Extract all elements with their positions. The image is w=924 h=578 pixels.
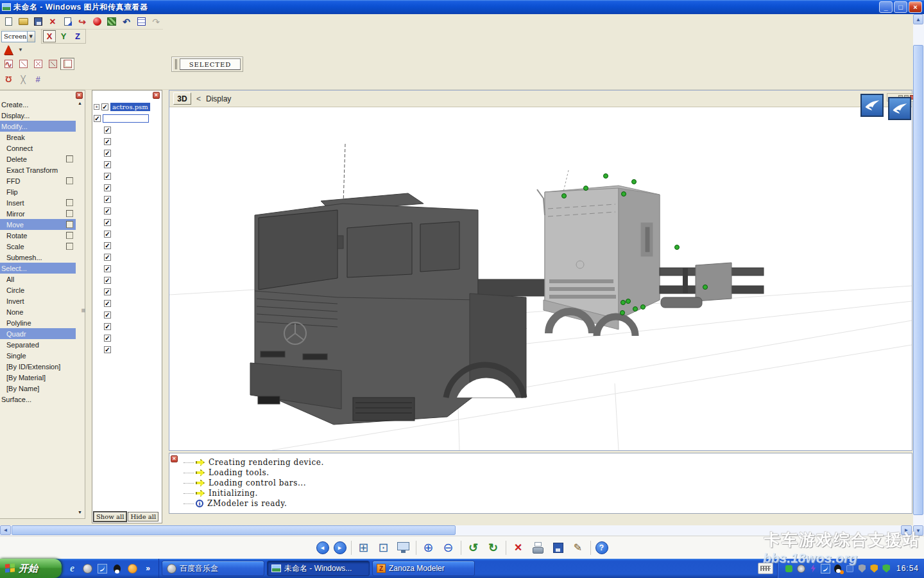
command-item[interactable]: Submesh... [0, 252, 76, 263]
truck-left[interactable] [250, 144, 546, 425]
scene-canvas[interactable] [169, 107, 912, 450]
tree-row[interactable] [94, 274, 160, 286]
cone-primitive-button[interactable] [1, 44, 15, 56]
hide-all-button[interactable]: Hide all [128, 512, 158, 521]
checkbox[interactable] [104, 161, 111, 168]
command-item[interactable]: FFD [0, 175, 76, 186]
baidu-icon[interactable] [127, 563, 138, 574]
scroll-down-button[interactable]: ▼ [913, 525, 923, 536]
tree-row[interactable] [94, 205, 160, 216]
command-item[interactable]: Connect [0, 143, 76, 153]
command-item[interactable]: [By Material] [0, 372, 76, 383]
command-item[interactable]: Polyline [0, 317, 76, 328]
scroll-up-icon[interactable]: ▲ [78, 101, 82, 105]
command-item[interactable]: Single [0, 350, 76, 361]
truck-right[interactable] [537, 170, 764, 336]
rotate-counterclockwise-button[interactable] [466, 540, 481, 556]
delete-image-button[interactable] [511, 540, 526, 556]
purple-lightning-icon[interactable] [809, 564, 818, 574]
zmodeler-tray-icon[interactable] [821, 564, 830, 574]
close-panel-button[interactable] [171, 455, 178, 462]
blue-plugin-icon[interactable] [845, 564, 855, 574]
slideshow-button[interactable] [396, 540, 411, 556]
command-item[interactable]: Select... [0, 263, 76, 274]
vertex-marker[interactable] [562, 194, 567, 198]
tree-row[interactable] [94, 263, 160, 274]
help-button[interactable] [595, 541, 608, 554]
vertex-marker[interactable] [622, 192, 626, 197]
next-image-button[interactable] [334, 541, 346, 554]
tree-row[interactable] [94, 216, 160, 228]
command-item[interactable]: Quadr [0, 328, 76, 339]
gold-shield-icon[interactable] [869, 564, 879, 574]
window-titlebar[interactable]: 未命名 - Windows 图片和传真查看器 _ □ × [0, 0, 924, 14]
tree-expander[interactable] [94, 104, 99, 110]
command-item[interactable]: Rotate [0, 230, 76, 241]
scroll-up-button[interactable]: ▲ [913, 14, 923, 24]
option-box[interactable] [66, 232, 73, 239]
checkbox[interactable] [104, 219, 111, 226]
vertex-marker[interactable] [620, 311, 625, 315]
tree-row[interactable] [94, 112, 160, 124]
command-item[interactable]: Break [0, 132, 76, 143]
green-shield-icon[interactable] [882, 564, 891, 574]
vertex-marker[interactable] [604, 174, 608, 179]
vertex-marker[interactable] [641, 305, 646, 310]
qq-icon[interactable] [112, 563, 123, 574]
checkbox[interactable] [104, 150, 111, 157]
command-item[interactable]: Exact Transform [0, 164, 76, 175]
command-item[interactable]: All [0, 274, 76, 285]
checkbox[interactable] [104, 138, 111, 145]
minimize-button[interactable]: _ [879, 1, 893, 13]
zoom-out-button[interactable] [441, 540, 456, 556]
option-box[interactable] [66, 199, 73, 206]
tree-row[interactable] [94, 159, 160, 170]
tree-row[interactable] [94, 170, 160, 182]
command-item[interactable]: Circle [0, 285, 76, 295]
checkbox[interactable] [104, 346, 111, 353]
more-chevron-icon[interactable] [142, 563, 153, 574]
checkbox[interactable] [104, 265, 111, 272]
best-fit-button[interactable] [356, 540, 372, 556]
restore-button[interactable]: □ [894, 1, 907, 13]
back-arrow[interactable]: < [196, 94, 201, 103]
zoom-in-button[interactable] [421, 540, 436, 556]
toolbar-grip[interactable] [175, 59, 177, 69]
command-item[interactable]: Delete [0, 153, 76, 164]
tree-row[interactable] [94, 309, 160, 320]
tree-row[interactable] [94, 297, 160, 309]
tree-row[interactable] [94, 240, 160, 251]
axis-button[interactable]: Z [71, 30, 84, 42]
save-image-button[interactable] [551, 540, 566, 556]
command-item[interactable]: Flip [0, 186, 76, 197]
option-box[interactable] [66, 177, 73, 184]
vertex-marker[interactable] [632, 180, 637, 184]
option-box[interactable] [66, 210, 73, 217]
close-panel-button[interactable] [153, 92, 160, 99]
ie-icon[interactable] [67, 563, 78, 574]
start-button[interactable]: 开始 [0, 559, 62, 578]
checkbox[interactable] [101, 103, 108, 110]
tree-row[interactable] [94, 228, 160, 240]
tree-root-row[interactable]: actros.psm [94, 101, 160, 112]
option-box[interactable] [66, 221, 73, 228]
checkbox[interactable] [94, 115, 101, 122]
chevron-down-icon[interactable]: ▼ [18, 47, 23, 53]
tree-row[interactable] [94, 193, 160, 205]
input-method-icon[interactable] [758, 563, 773, 574]
checkbox[interactable] [104, 335, 111, 342]
command-item[interactable]: Invert [0, 295, 76, 306]
taskbar-task[interactable]: 未命名 - Windows... [267, 561, 370, 576]
option-box[interactable] [66, 243, 73, 250]
close-button[interactable]: × [909, 1, 922, 13]
green-dot-icon[interactable] [784, 564, 794, 574]
close-panel-button[interactable] [76, 92, 83, 99]
checkbox[interactable] [104, 300, 111, 307]
horizontal-scroll-thumb[interactable] [12, 525, 456, 535]
vertex-marker[interactable] [584, 186, 588, 191]
tree-row[interactable] [94, 320, 160, 332]
vertex-marker[interactable] [621, 301, 626, 305]
checkbox[interactable] [104, 288, 111, 295]
actual-size-button[interactable] [376, 540, 391, 556]
viewport-mode-button[interactable]: 3D [173, 92, 191, 105]
